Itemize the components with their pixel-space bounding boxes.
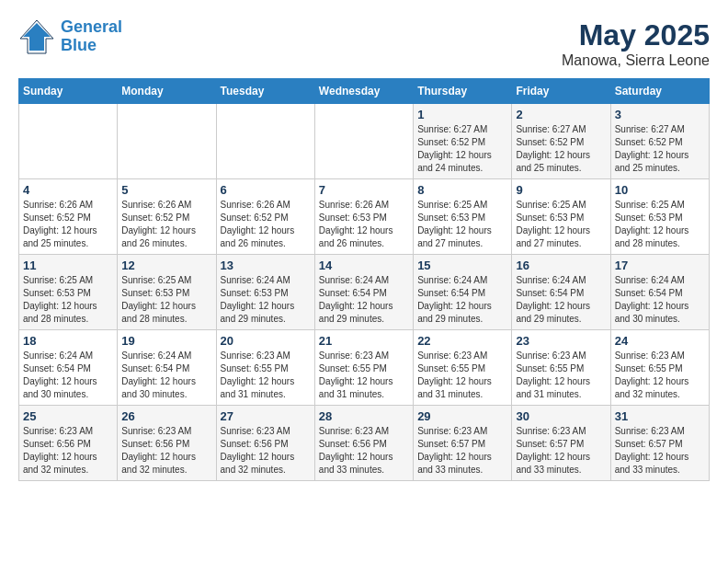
location: Manowa, Sierra Leone <box>562 52 710 69</box>
day-info: Sunrise: 6:24 AM Sunset: 6:54 PM Dayligh… <box>23 350 113 401</box>
day-info: Sunrise: 6:23 AM Sunset: 6:55 PM Dayligh… <box>221 350 311 401</box>
calendar-cell: 13Sunrise: 6:24 AM Sunset: 6:53 PM Dayli… <box>216 255 314 330</box>
day-info: Sunrise: 6:24 AM Sunset: 6:54 PM Dayligh… <box>319 274 409 326</box>
calendar-cell: 19Sunrise: 6:24 AM Sunset: 6:54 PM Dayli… <box>118 330 216 406</box>
weekday-header: Wednesday <box>314 79 413 104</box>
calendar-cell: 7Sunrise: 6:26 AM Sunset: 6:53 PM Daylig… <box>314 179 413 255</box>
day-number: 20 <box>221 334 311 348</box>
weekday-header: Thursday <box>414 79 512 104</box>
day-number: 23 <box>516 334 606 348</box>
page-header: General Blue May 2025 Manowa, Sierra Leo… <box>18 18 710 69</box>
calendar-cell: 23Sunrise: 6:23 AM Sunset: 6:55 PM Dayli… <box>512 330 610 406</box>
day-info: Sunrise: 6:23 AM Sunset: 6:57 PM Dayligh… <box>516 425 606 477</box>
calendar-cell: 22Sunrise: 6:23 AM Sunset: 6:55 PM Dayli… <box>414 330 512 406</box>
day-info: Sunrise: 6:23 AM Sunset: 6:55 PM Dayligh… <box>417 350 507 401</box>
day-number: 2 <box>516 108 606 121</box>
calendar-cell: 10Sunrise: 6:25 AM Sunset: 6:53 PM Dayli… <box>610 179 709 255</box>
day-info: Sunrise: 6:26 AM Sunset: 6:52 PM Dayligh… <box>221 199 311 250</box>
day-number: 7 <box>319 183 409 197</box>
day-number: 24 <box>615 334 705 348</box>
calendar-cell: 6Sunrise: 6:26 AM Sunset: 6:52 PM Daylig… <box>216 179 314 255</box>
day-info: Sunrise: 6:24 AM Sunset: 6:54 PM Dayligh… <box>615 274 705 326</box>
calendar-cell: 14Sunrise: 6:24 AM Sunset: 6:54 PM Dayli… <box>314 255 413 330</box>
day-number: 28 <box>319 409 409 423</box>
calendar-week-row: 4Sunrise: 6:26 AM Sunset: 6:52 PM Daylig… <box>19 179 710 255</box>
calendar-week-row: 1Sunrise: 6:27 AM Sunset: 6:52 PM Daylig… <box>19 104 710 179</box>
day-info: Sunrise: 6:25 AM Sunset: 6:53 PM Dayligh… <box>516 199 606 250</box>
calendar-cell <box>216 104 314 179</box>
calendar-cell: 28Sunrise: 6:23 AM Sunset: 6:56 PM Dayli… <box>314 406 413 481</box>
day-number: 6 <box>221 183 311 197</box>
day-info: Sunrise: 6:25 AM Sunset: 6:53 PM Dayligh… <box>615 199 705 250</box>
calendar-cell: 5Sunrise: 6:26 AM Sunset: 6:52 PM Daylig… <box>118 179 216 255</box>
day-info: Sunrise: 6:23 AM Sunset: 6:55 PM Dayligh… <box>319 350 409 401</box>
weekday-header: Saturday <box>610 79 709 104</box>
day-number: 16 <box>516 259 606 272</box>
calendar-cell: 25Sunrise: 6:23 AM Sunset: 6:56 PM Dayli… <box>19 406 118 481</box>
calendar-cell: 30Sunrise: 6:23 AM Sunset: 6:57 PM Dayli… <box>512 406 610 481</box>
day-number: 29 <box>417 409 507 423</box>
day-number: 11 <box>23 259 113 272</box>
day-info: Sunrise: 6:24 AM Sunset: 6:54 PM Dayligh… <box>417 274 507 326</box>
weekday-header: Sunday <box>19 79 118 104</box>
logo: General Blue <box>18 18 122 55</box>
day-number: 13 <box>221 259 311 272</box>
day-info: Sunrise: 6:23 AM Sunset: 6:55 PM Dayligh… <box>516 350 606 401</box>
calendar-cell: 4Sunrise: 6:26 AM Sunset: 6:52 PM Daylig… <box>19 179 118 255</box>
calendar-week-row: 11Sunrise: 6:25 AM Sunset: 6:53 PM Dayli… <box>19 255 710 330</box>
calendar-cell <box>314 104 413 179</box>
calendar-cell: 18Sunrise: 6:24 AM Sunset: 6:54 PM Dayli… <box>19 330 118 406</box>
day-number: 19 <box>121 334 211 348</box>
calendar-cell: 31Sunrise: 6:23 AM Sunset: 6:57 PM Dayli… <box>610 406 709 481</box>
calendar-week-row: 18Sunrise: 6:24 AM Sunset: 6:54 PM Dayli… <box>19 330 710 406</box>
day-number: 3 <box>615 108 705 121</box>
day-number: 9 <box>516 183 606 197</box>
calendar-cell: 29Sunrise: 6:23 AM Sunset: 6:57 PM Dayli… <box>414 406 512 481</box>
day-number: 21 <box>319 334 409 348</box>
calendar-cell: 16Sunrise: 6:24 AM Sunset: 6:54 PM Dayli… <box>512 255 610 330</box>
day-info: Sunrise: 6:23 AM Sunset: 6:56 PM Dayligh… <box>319 425 409 477</box>
weekday-header: Monday <box>118 79 216 104</box>
calendar-cell: 1Sunrise: 6:27 AM Sunset: 6:52 PM Daylig… <box>414 104 512 179</box>
calendar-cell: 27Sunrise: 6:23 AM Sunset: 6:56 PM Dayli… <box>216 406 314 481</box>
logo-text: General Blue <box>61 18 122 55</box>
day-number: 27 <box>221 409 311 423</box>
day-info: Sunrise: 6:23 AM Sunset: 6:56 PM Dayligh… <box>221 425 311 477</box>
day-info: Sunrise: 6:23 AM Sunset: 6:55 PM Dayligh… <box>615 350 705 401</box>
calendar-cell: 9Sunrise: 6:25 AM Sunset: 6:53 PM Daylig… <box>512 179 610 255</box>
calendar-cell: 15Sunrise: 6:24 AM Sunset: 6:54 PM Dayli… <box>414 255 512 330</box>
day-info: Sunrise: 6:24 AM Sunset: 6:53 PM Dayligh… <box>221 274 311 326</box>
day-info: Sunrise: 6:25 AM Sunset: 6:53 PM Dayligh… <box>121 274 211 326</box>
calendar-week-row: 25Sunrise: 6:23 AM Sunset: 6:56 PM Dayli… <box>19 406 710 481</box>
weekday-header: Friday <box>512 79 610 104</box>
weekday-header: Tuesday <box>216 79 314 104</box>
weekday-header-row: SundayMondayTuesdayWednesdayThursdayFrid… <box>19 79 710 104</box>
title-block: May 2025 Manowa, Sierra Leone <box>562 18 710 69</box>
day-number: 30 <box>516 409 606 423</box>
logo-icon <box>18 18 55 55</box>
day-info: Sunrise: 6:27 AM Sunset: 6:52 PM Dayligh… <box>417 123 507 175</box>
day-number: 4 <box>23 183 113 197</box>
day-info: Sunrise: 6:25 AM Sunset: 6:53 PM Dayligh… <box>417 199 507 250</box>
calendar-cell <box>19 104 118 179</box>
calendar-cell: 17Sunrise: 6:24 AM Sunset: 6:54 PM Dayli… <box>610 255 709 330</box>
day-number: 1 <box>417 108 507 121</box>
month-year: May 2025 <box>562 18 710 52</box>
calendar-cell: 8Sunrise: 6:25 AM Sunset: 6:53 PM Daylig… <box>414 179 512 255</box>
day-info: Sunrise: 6:23 AM Sunset: 6:56 PM Dayligh… <box>121 425 211 477</box>
day-info: Sunrise: 6:27 AM Sunset: 6:52 PM Dayligh… <box>615 123 705 175</box>
day-number: 22 <box>417 334 507 348</box>
day-info: Sunrise: 6:26 AM Sunset: 6:52 PM Dayligh… <box>23 199 113 250</box>
day-info: Sunrise: 6:24 AM Sunset: 6:54 PM Dayligh… <box>121 350 211 401</box>
day-number: 18 <box>23 334 113 348</box>
day-number: 26 <box>121 409 211 423</box>
day-info: Sunrise: 6:23 AM Sunset: 6:56 PM Dayligh… <box>23 425 113 477</box>
day-number: 14 <box>319 259 409 272</box>
day-info: Sunrise: 6:24 AM Sunset: 6:54 PM Dayligh… <box>516 274 606 326</box>
day-info: Sunrise: 6:23 AM Sunset: 6:57 PM Dayligh… <box>615 425 705 477</box>
day-info: Sunrise: 6:26 AM Sunset: 6:53 PM Dayligh… <box>319 199 409 250</box>
day-number: 8 <box>417 183 507 197</box>
day-number: 15 <box>417 259 507 272</box>
day-info: Sunrise: 6:25 AM Sunset: 6:53 PM Dayligh… <box>23 274 113 326</box>
calendar-cell: 20Sunrise: 6:23 AM Sunset: 6:55 PM Dayli… <box>216 330 314 406</box>
